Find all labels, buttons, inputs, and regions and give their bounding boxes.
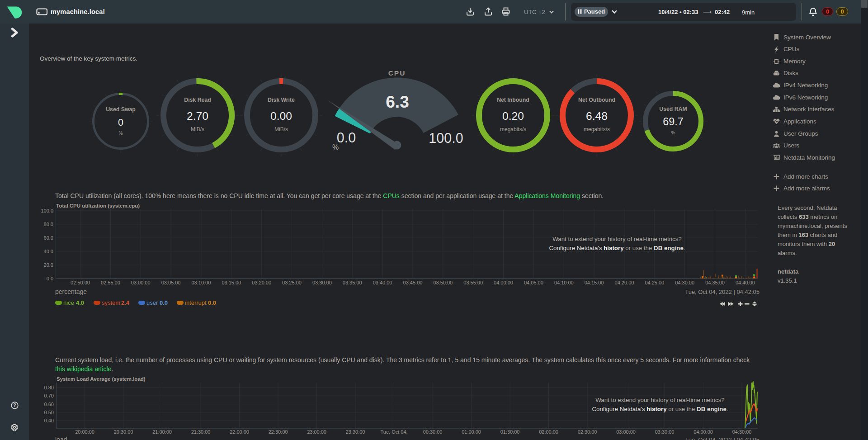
svg-text:00:30:00: 00:30:00 bbox=[423, 429, 443, 435]
svg-text:nice: nice bbox=[63, 299, 74, 306]
svg-text:03:55:00: 03:55:00 bbox=[463, 280, 483, 285]
svg-text:04:40:00: 04:40:00 bbox=[736, 280, 755, 285]
svg-text:03:40:00: 03:40:00 bbox=[373, 280, 392, 285]
svg-text:0.20: 0.20 bbox=[502, 110, 524, 122]
svg-text:04:20:00: 04:20:00 bbox=[615, 280, 634, 285]
svg-text:Tue, Oct 04, 2022 | 04:42:05: Tue, Oct 04, 2022 | 04:42:05 bbox=[685, 436, 760, 440]
svg-text:interrupt: interrupt bbox=[185, 299, 207, 306]
svg-text:Disk Write: Disk Write bbox=[268, 97, 295, 103]
svg-text:03:25:00: 03:25:00 bbox=[282, 280, 302, 285]
svg-text:04:00:00: 04:00:00 bbox=[494, 280, 513, 285]
svg-text:Net Outbound: Net Outbound bbox=[578, 97, 615, 103]
svg-text:MiB/s: MiB/s bbox=[274, 126, 288, 132]
svg-text:%: % bbox=[332, 143, 339, 151]
svg-text:20:30:00: 20:30:00 bbox=[114, 429, 133, 435]
svg-text:Disk Read: Disk Read bbox=[184, 97, 211, 103]
svg-text:100.0: 100.0 bbox=[41, 208, 53, 213]
svg-text:Tue, Oct 04, 2022 | 04:42:05: Tue, Oct 04, 2022 | 04:42:05 bbox=[685, 289, 760, 295]
svg-text:0.40: 0.40 bbox=[44, 418, 54, 423]
svg-text:23:30:00: 23:30:00 bbox=[346, 429, 365, 435]
svg-text:System Load Average (system.lo: System Load Average (system.load) bbox=[57, 376, 146, 382]
svg-text:Configure Netdata's history or: Configure Netdata's history or use the D… bbox=[592, 406, 728, 412]
svg-text:03:00:00: 03:00:00 bbox=[131, 280, 151, 285]
svg-text:Total CPU utilization (system.: Total CPU utilization (system.cpu) bbox=[56, 203, 140, 208]
svg-text:22:30:00: 22:30:00 bbox=[269, 429, 288, 435]
svg-text:0.50: 0.50 bbox=[44, 410, 54, 415]
svg-text:20:00:00: 20:00:00 bbox=[75, 429, 94, 435]
svg-text:02:00:00: 02:00:00 bbox=[539, 429, 558, 435]
svg-text:69.7: 69.7 bbox=[663, 116, 684, 128]
svg-text:system: system bbox=[102, 299, 120, 306]
svg-text:03:20:00: 03:20:00 bbox=[252, 280, 271, 285]
svg-text:04:30:00: 04:30:00 bbox=[675, 280, 694, 285]
svg-text:21:00:00: 21:00:00 bbox=[152, 429, 172, 435]
svg-text:100.0: 100.0 bbox=[429, 130, 463, 146]
svg-text:0.0: 0.0 bbox=[208, 299, 216, 306]
svg-text:03:45:00: 03:45:00 bbox=[403, 280, 423, 285]
svg-text:01:00:00: 01:00:00 bbox=[462, 429, 481, 435]
svg-text:Want to extend your history of: Want to extend your history of real-time… bbox=[595, 397, 725, 403]
svg-text:04:05:00: 04:05:00 bbox=[524, 280, 543, 285]
svg-text:Configure Netdata's history or: Configure Netdata's history or use the D… bbox=[549, 245, 685, 251]
svg-text:6.48: 6.48 bbox=[586, 110, 608, 122]
svg-text:0.0: 0.0 bbox=[160, 299, 168, 306]
svg-text:Used Swap: Used Swap bbox=[106, 106, 136, 113]
svg-text:percentage: percentage bbox=[55, 288, 87, 295]
svg-text:user: user bbox=[146, 299, 158, 306]
svg-text:03:00:00: 03:00:00 bbox=[616, 429, 636, 435]
svg-text:03:10:00: 03:10:00 bbox=[191, 280, 211, 285]
svg-text:megabits/s: megabits/s bbox=[584, 126, 610, 132]
svg-text:20.0: 20.0 bbox=[44, 262, 53, 268]
svg-text:04:10:00: 04:10:00 bbox=[554, 280, 574, 285]
svg-text:Want to extend your history of: Want to extend your history of real-time… bbox=[552, 236, 682, 242]
svg-text:60.0: 60.0 bbox=[44, 235, 53, 241]
svg-text:0.0: 0.0 bbox=[337, 130, 356, 145]
svg-text:0.00: 0.00 bbox=[270, 110, 292, 122]
svg-text:0.60: 0.60 bbox=[44, 402, 54, 407]
svg-text:MiB/s: MiB/s bbox=[191, 126, 204, 132]
svg-text:03:50:00: 03:50:00 bbox=[433, 280, 453, 285]
svg-text:80.0: 80.0 bbox=[44, 222, 53, 227]
svg-text:03:35:00: 03:35:00 bbox=[343, 280, 362, 285]
svg-text:2.4: 2.4 bbox=[121, 299, 130, 306]
svg-text:04:30:00: 04:30:00 bbox=[732, 429, 752, 435]
svg-text:03:05:00: 03:05:00 bbox=[161, 280, 181, 285]
svg-text:03:15:00: 03:15:00 bbox=[222, 280, 241, 285]
svg-text:Tue, Oct 04,: Tue, Oct 04, bbox=[381, 429, 408, 435]
svg-text:0: 0 bbox=[118, 117, 123, 128]
svg-text:22:00:00: 22:00:00 bbox=[230, 429, 249, 435]
svg-text:02:30:00: 02:30:00 bbox=[578, 429, 597, 435]
svg-text:03:30:00: 03:30:00 bbox=[312, 280, 332, 285]
svg-text:4.0: 4.0 bbox=[76, 299, 84, 306]
svg-text:megabits/s: megabits/s bbox=[500, 126, 526, 132]
svg-text:40.0: 40.0 bbox=[44, 249, 53, 254]
svg-text:0.80: 0.80 bbox=[44, 385, 54, 390]
svg-text:load: load bbox=[55, 436, 67, 440]
svg-text:04:00:00: 04:00:00 bbox=[693, 429, 713, 435]
svg-text:04:15:00: 04:15:00 bbox=[585, 280, 604, 285]
svg-text:23:00:00: 23:00:00 bbox=[307, 429, 326, 435]
svg-text:6.3: 6.3 bbox=[386, 93, 409, 111]
svg-text:0.0: 0.0 bbox=[47, 276, 53, 281]
svg-text:02:50:00: 02:50:00 bbox=[71, 280, 90, 285]
svg-text:CPU: CPU bbox=[388, 69, 406, 77]
svg-text:04:35:00: 04:35:00 bbox=[705, 280, 725, 285]
svg-text:Used RAM: Used RAM bbox=[659, 106, 687, 112]
svg-text:Net Inbound: Net Inbound bbox=[497, 97, 529, 103]
svg-text:02:55:00: 02:55:00 bbox=[101, 280, 120, 285]
svg-text:0.70: 0.70 bbox=[44, 393, 54, 398]
svg-text:%: % bbox=[671, 130, 675, 135]
svg-text:03:30:00: 03:30:00 bbox=[655, 429, 675, 435]
svg-text:2.70: 2.70 bbox=[187, 110, 208, 122]
svg-text:21:30:00: 21:30:00 bbox=[191, 429, 211, 435]
svg-text:01:30:00: 01:30:00 bbox=[500, 429, 520, 435]
svg-text:%: % bbox=[119, 131, 123, 136]
svg-text:04:25:00: 04:25:00 bbox=[645, 280, 664, 285]
